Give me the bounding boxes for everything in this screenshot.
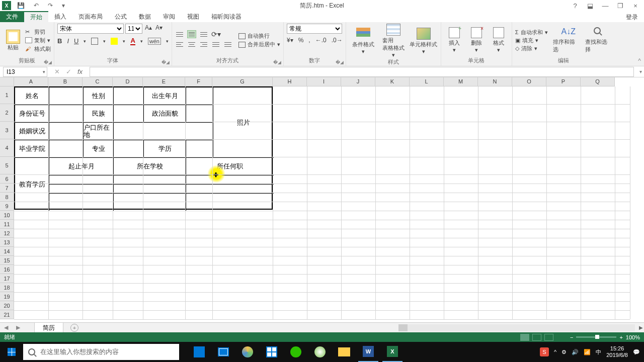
col-header-N[interactable]: N (478, 77, 512, 86)
col-header-E[interactable]: E (143, 77, 185, 86)
wrap-text-button[interactable]: 自动换行 (238, 32, 280, 40)
row-header-1[interactable]: 1 (0, 86, 14, 104)
close-icon[interactable]: × (630, 2, 641, 10)
tab-review[interactable]: 审阅 (157, 11, 181, 22)
taskbar-wechat[interactable] (286, 342, 306, 362)
find-select-button[interactable]: 查找和选择 (585, 27, 612, 53)
decrease-font-icon[interactable]: A▾ (154, 24, 164, 33)
taskbar-search[interactable]: 在这里输入你想搜索的内容 (23, 344, 179, 360)
collapse-ribbon-icon[interactable]: ^ (638, 57, 641, 64)
edu-row-3-school[interactable] (114, 194, 186, 211)
col-header-A[interactable]: A (14, 77, 48, 86)
tab-data[interactable]: 数据 (133, 11, 157, 22)
clear-button[interactable]: ◇清除 ▾ (515, 45, 548, 52)
align-left-icon[interactable] (175, 40, 184, 48)
tab-home[interactable]: 开始 (24, 11, 48, 22)
row-header-10[interactable]: 10 (0, 211, 14, 220)
undo-icon[interactable]: ↶ (34, 2, 39, 9)
underline-button[interactable]: U (74, 37, 78, 45)
add-sheet-icon[interactable]: + (70, 324, 78, 332)
col-header-Q[interactable]: Q (581, 77, 615, 86)
row-header-12[interactable]: 12 (0, 229, 14, 238)
zoom-out-icon[interactable]: − (570, 334, 573, 340)
row-header-7[interactable]: 7 (0, 184, 14, 193)
name-box[interactable]: I13▾ (3, 67, 47, 77)
login-link[interactable]: 登录 (626, 13, 638, 22)
insert-cells-button[interactable]: 插入▾ (444, 27, 464, 53)
zoom-in-icon[interactable]: + (619, 334, 622, 340)
comma-icon[interactable]: , (308, 37, 310, 44)
view-normal-icon[interactable] (520, 334, 529, 341)
col-header-B[interactable]: B (48, 77, 83, 86)
decrease-indent-icon[interactable] (211, 40, 220, 48)
fill-dropdown[interactable]: ▾ (123, 39, 125, 44)
cell-name-value[interactable] (49, 87, 84, 105)
save-icon[interactable]: 💾 (17, 2, 25, 9)
row-header-17[interactable]: 17 (0, 274, 14, 283)
copy-button[interactable]: 复制▾ (25, 37, 51, 44)
italic-button[interactable]: I (67, 37, 69, 45)
tab-view[interactable]: 视图 (181, 11, 205, 22)
align-top-icon[interactable] (175, 30, 184, 38)
row-header-4[interactable]: 4 (0, 139, 14, 157)
cell-style-button[interactable]: 单元格样式▾ (410, 28, 438, 55)
increase-font-icon[interactable]: A▴ (144, 24, 153, 33)
row-header-13[interactable]: 13 (0, 238, 14, 247)
underline-dropdown[interactable]: ▾ (84, 39, 86, 44)
tray-clock[interactable]: 15:26 2019/6/8 (606, 345, 628, 358)
bold-button[interactable]: B (57, 37, 62, 45)
sheet-nav-prev-icon[interactable]: ◀ (0, 324, 12, 331)
taskbar-tiles[interactable] (262, 342, 282, 362)
tab-page-layout[interactable]: 页面布局 (72, 11, 109, 22)
font-color-dropdown[interactable]: ▾ (140, 39, 143, 44)
fill-color-icon[interactable] (111, 38, 118, 45)
align-center-icon[interactable] (187, 40, 196, 48)
orientation-icon[interactable]: ⟳▾ (211, 30, 221, 38)
currency-icon[interactable]: ¥▾ (287, 37, 293, 44)
fill-button[interactable]: ▣填充 ▾ (515, 37, 548, 44)
enter-formula-icon[interactable]: ✓ (66, 68, 71, 75)
cut-button[interactable]: ✂剪切 (25, 28, 51, 36)
cell-id-value[interactable] (49, 105, 84, 123)
taskbar-word[interactable]: W (358, 342, 378, 362)
row-header-21[interactable]: 21 (0, 310, 14, 319)
select-all-corner[interactable] (0, 77, 14, 86)
horizontal-scrollbar[interactable] (398, 324, 635, 331)
taskbar-browser[interactable] (237, 342, 258, 362)
row-header-9[interactable]: 9 (0, 202, 14, 211)
col-header-F[interactable]: F (185, 77, 212, 86)
col-header-K[interactable]: K (375, 77, 410, 86)
font-name-select[interactable]: 宋体 (57, 24, 124, 34)
taskbar-explorer[interactable] (334, 342, 354, 362)
increase-indent-icon[interactable] (223, 40, 232, 48)
start-button[interactable] (0, 342, 23, 362)
tray-network-icon[interactable]: ⚙ (561, 349, 567, 355)
sort-filter-button[interactable]: A↓Z排序和筛选 (553, 27, 580, 53)
phonetic-dropdown[interactable]: ▾ (166, 39, 169, 44)
row-header-20[interactable]: 20 (0, 301, 14, 310)
percent-icon[interactable]: % (298, 37, 304, 44)
col-header-L[interactable]: L (410, 77, 444, 86)
taskbar-mail[interactable] (213, 342, 233, 362)
col-header-M[interactable]: M (444, 77, 478, 86)
tab-formulas[interactable]: 公式 (109, 11, 133, 22)
ribbon-min-icon[interactable]: ⬓ (585, 2, 596, 10)
redo-icon[interactable]: ↷ (48, 2, 53, 9)
row-header-11[interactable]: 11 (0, 220, 14, 229)
font-size-select[interactable]: 11 (125, 24, 142, 34)
taskbar-store[interactable] (189, 342, 209, 362)
cell-degree-value[interactable] (186, 140, 213, 158)
fx-icon[interactable]: fx (77, 68, 83, 75)
ime-icon[interactable]: 中 (596, 348, 601, 356)
cell-major-value[interactable] (114, 140, 144, 158)
sheet-tab-resume[interactable]: 简历 (34, 322, 63, 333)
col-header-H[interactable]: H (273, 77, 307, 86)
col-header-P[interactable]: P (546, 77, 581, 86)
col-header-C[interactable]: C (83, 77, 113, 86)
row-header-15[interactable]: 15 (0, 256, 14, 265)
row-header-8[interactable]: 8 (0, 193, 14, 202)
phonetic-icon[interactable]: wén (148, 38, 161, 45)
cell-politics-value[interactable] (186, 105, 213, 123)
view-page-layout-icon[interactable] (532, 334, 541, 341)
sheet-nav-next-icon[interactable]: ▶ (12, 324, 24, 331)
